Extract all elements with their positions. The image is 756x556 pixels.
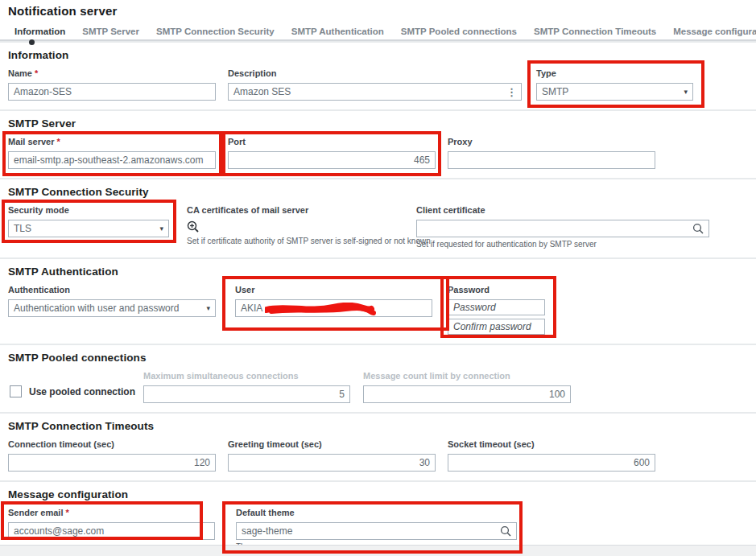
- sender-email-field-group: Sender email * accounts@sage.com: [8, 508, 215, 540]
- ca-certificates-help-text: Set if certificate authority of SMTP ser…: [187, 237, 404, 245]
- security-mode-field-group: Security mode TLS ▾: [8, 205, 169, 237]
- section-heading-smtp-authentication: SMTP Authentication: [8, 266, 748, 278]
- chevron-down-icon: ▾: [206, 304, 210, 312]
- section-smtp-connection-timeouts: SMTP Connection Timeouts Connection time…: [0, 412, 756, 480]
- section-heading-smtp-connection-security: SMTP Connection Security: [8, 186, 748, 198]
- description-input[interactable]: Amazon SES ⋮: [228, 83, 522, 101]
- section-information: Information Name * Amazon-SES Descriptio…: [0, 41, 756, 109]
- message-count-input[interactable]: 100: [363, 385, 571, 403]
- page-title: Notification server: [0, 0, 756, 18]
- vertical-ellipsis-icon[interactable]: ⋮: [506, 86, 516, 98]
- mail-server-input[interactable]: email-smtp.ap-southeast-2.amazonaws.com: [8, 151, 216, 169]
- greeting-timeout-label: Greeting timeout (sec): [228, 439, 436, 450]
- tab-smtp-connection-timeouts[interactable]: SMTP Connection Timeouts: [534, 25, 656, 39]
- tab-smtp-connection-security[interactable]: SMTP Connection Security: [156, 25, 275, 39]
- tab-smtp-pooled-connections[interactable]: SMTP Pooled connections: [401, 25, 517, 39]
- mail-server-field-group: Mail server * email-smtp.ap-southeast-2.…: [8, 137, 216, 169]
- description-field-group: Description Amazon SES ⋮: [228, 68, 522, 101]
- search-icon[interactable]: [692, 223, 704, 234]
- type-field-group: Type SMTP ▾: [536, 68, 693, 101]
- user-label: User: [235, 285, 432, 295]
- description-label: Description: [228, 68, 522, 79]
- tab-message-configuration[interactable]: Message configuration: [673, 25, 756, 39]
- chevron-down-icon: ▾: [684, 88, 688, 96]
- user-field-group: User AKIA: [235, 285, 432, 317]
- password-input[interactable]: Password: [448, 299, 545, 315]
- section-message-configuration: Message configuration Sender email * acc…: [0, 480, 756, 551]
- zoom-in-icon[interactable]: [187, 220, 201, 234]
- port-field-group: Port 465: [228, 137, 436, 169]
- section-heading-smtp-connection-timeouts: SMTP Connection Timeouts: [8, 420, 748, 432]
- sender-email-label: Sender email *: [8, 508, 215, 518]
- use-pooled-connection-group: Use pooled connection: [8, 371, 137, 397]
- socket-timeout-label: Socket timeout (sec): [448, 439, 655, 450]
- section-heading-information: Information: [8, 49, 748, 61]
- security-mode-select[interactable]: TLS ▾: [8, 220, 169, 237]
- max-connections-field-group: Maximum simultaneous connections 5: [143, 371, 350, 403]
- type-select[interactable]: SMTP ▾: [536, 83, 693, 101]
- ca-certificates-field-group: CA certificates of mail server Set if ce…: [187, 205, 404, 245]
- password-field-group: Password Password Confirm password: [448, 285, 554, 335]
- max-connections-input[interactable]: 5: [143, 385, 350, 403]
- client-certificate-input[interactable]: [416, 220, 709, 237]
- greeting-timeout-input[interactable]: 30: [228, 454, 436, 472]
- section-smtp-authentication: SMTP Authentication Authentication Authe…: [0, 257, 756, 344]
- sender-email-input[interactable]: accounts@sage.com: [8, 522, 215, 540]
- security-mode-label: Security mode: [8, 205, 169, 216]
- authentication-label: Authentication: [8, 285, 216, 295]
- name-field-group: Name * Amazon-SES: [8, 68, 216, 101]
- required-asterisk: *: [35, 68, 38, 78]
- section-smtp-server: SMTP Server Mail server * email-smtp.ap-…: [0, 109, 756, 178]
- tab-smtp-authentication[interactable]: SMTP Authentication: [291, 25, 384, 39]
- footer-bar: [0, 545, 756, 556]
- default-theme-label: Default theme: [236, 508, 517, 518]
- use-pooled-connection-label: Use pooled connection: [29, 386, 135, 397]
- search-icon[interactable]: [500, 525, 511, 537]
- ca-certificates-label: CA certificates of mail server: [187, 205, 404, 216]
- connection-timeout-label: Connection timeout (sec): [8, 439, 216, 450]
- tab-information[interactable]: Information: [14, 25, 65, 39]
- proxy-field-group: Proxy: [448, 137, 655, 169]
- section-smtp-pooled-connections: SMTP Pooled connections Use pooled conne…: [0, 344, 756, 412]
- mail-server-label: Mail server *: [8, 137, 216, 147]
- user-input[interactable]: AKIA: [235, 299, 432, 317]
- name-input[interactable]: Amazon-SES: [8, 83, 216, 101]
- socket-timeout-input[interactable]: 600: [448, 454, 655, 472]
- authentication-field-group: Authentication Authentication with user …: [8, 285, 216, 317]
- socket-timeout-field-group: Socket timeout (sec) 600: [448, 439, 655, 472]
- use-pooled-connection-checkbox[interactable]: [10, 385, 22, 397]
- proxy-label: Proxy: [448, 137, 655, 147]
- section-heading-smtp-server: SMTP Server: [8, 117, 748, 130]
- message-count-label: Message count limit by connection: [363, 371, 571, 381]
- client-certificate-help-text: Set if requested for authentication by S…: [416, 240, 709, 249]
- default-theme-input[interactable]: sage-theme: [236, 522, 517, 540]
- confirm-password-input[interactable]: Confirm password: [448, 319, 545, 335]
- client-certificate-field-group: Client certificate Set if requested for …: [416, 205, 709, 249]
- greeting-timeout-field-group: Greeting timeout (sec) 30: [228, 439, 436, 472]
- notification-server-page: Notification server Information SMTP Ser…: [0, 0, 756, 556]
- connection-timeout-input[interactable]: 120: [8, 454, 216, 472]
- section-heading-smtp-pooled-connections: SMTP Pooled connections: [8, 352, 748, 364]
- tab-bar: Information SMTP Server SMTP Connection …: [0, 25, 756, 41]
- redaction-scribble: [265, 303, 378, 317]
- required-asterisk: *: [66, 508, 69, 517]
- password-label: Password: [448, 285, 554, 295]
- required-asterisk: *: [57, 137, 60, 146]
- section-smtp-connection-security: SMTP Connection Security Security mode T…: [0, 178, 756, 257]
- chevron-down-icon: ▾: [159, 224, 163, 233]
- client-certificate-label: Client certificate: [416, 205, 709, 216]
- type-label: Type: [536, 68, 693, 79]
- tab-smtp-server[interactable]: SMTP Server: [82, 25, 139, 39]
- active-tab-indicator-dot: [29, 39, 35, 45]
- port-label: Port: [228, 137, 436, 147]
- authentication-select[interactable]: Authentication with user and password ▾: [8, 299, 216, 317]
- max-connections-label: Maximum simultaneous connections: [143, 371, 350, 381]
- connection-timeout-field-group: Connection timeout (sec) 120: [8, 439, 216, 472]
- proxy-input[interactable]: [448, 151, 655, 169]
- message-count-field-group: Message count limit by connection 100: [363, 371, 571, 403]
- port-input[interactable]: 465: [228, 151, 436, 169]
- name-label: Name *: [8, 68, 216, 79]
- section-heading-message-configuration: Message configuration: [8, 488, 748, 500]
